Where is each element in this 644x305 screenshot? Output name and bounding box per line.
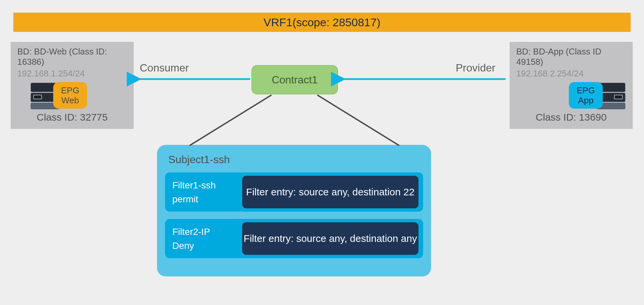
filter-row: Filter1-ssh permit Filter entry: source … <box>165 172 423 212</box>
bd-web-server-wrap: EPG Web <box>17 82 127 115</box>
diagram-canvas: VRF1(scope: 2850817) BD: BD-Web (Class I… <box>0 0 644 305</box>
bd-web-box: BD: BD-Web (Class ID: 16386) 192.168.1.2… <box>11 42 134 129</box>
filter2-left: Filter2-IP Deny <box>165 219 242 258</box>
bd-web-classid: Class ID: 32775 <box>11 112 134 123</box>
epg-app-line2: App <box>578 95 593 105</box>
bd-app-ip: 192.168.2.254/24 <box>516 68 626 79</box>
bd-app-box: BD: BD-App (Class ID 49158) 192.168.2.25… <box>510 42 633 129</box>
contract-label: Contract1 <box>272 74 318 86</box>
contract-node: Contract1 <box>251 65 338 94</box>
vrf-label: VRF1(scope: 2850817) <box>263 16 381 29</box>
filter2-name: Filter2-IP <box>172 227 210 237</box>
epg-web-badge: EPG Web <box>53 82 87 109</box>
bd-app-server-wrap: EPG App <box>516 82 626 115</box>
filter-row: Filter2-IP Deny Filter entry: source any… <box>165 219 423 258</box>
bd-web-ip: 192.168.1.254/24 <box>17 68 127 79</box>
consumer-label: Consumer <box>140 62 189 74</box>
bd-app-classid: Class ID: 13690 <box>510 112 633 123</box>
epg-app-badge: EPG App <box>569 82 603 109</box>
filter2-entry: Filter entry: source any, destination an… <box>242 222 418 255</box>
provider-label: Provider <box>456 62 495 74</box>
bd-app-header: BD: BD-App (Class ID 49158) <box>516 47 626 67</box>
filter1-entry: Filter entry: source any, destination 22 <box>242 176 418 208</box>
subject-panel: Subject1-ssh Filter1-ssh permit Filter e… <box>157 145 431 276</box>
bd-web-header: BD: BD-Web (Class ID: 16386) <box>17 47 127 67</box>
filter1-action: permit <box>172 194 198 204</box>
svg-line-2 <box>190 95 271 146</box>
epg-app-line1: EPG <box>577 85 595 95</box>
filter1-name: Filter1-ssh <box>172 180 216 190</box>
filter2-action: Deny <box>172 241 194 251</box>
epg-web-line2: Web <box>62 95 79 105</box>
svg-line-3 <box>317 95 399 146</box>
vrf-banner: VRF1(scope: 2850817) <box>13 13 631 32</box>
epg-web-line1: EPG <box>61 85 80 95</box>
filter1-left: Filter1-ssh permit <box>165 172 242 212</box>
subject-title: Subject1-ssh <box>168 153 423 166</box>
